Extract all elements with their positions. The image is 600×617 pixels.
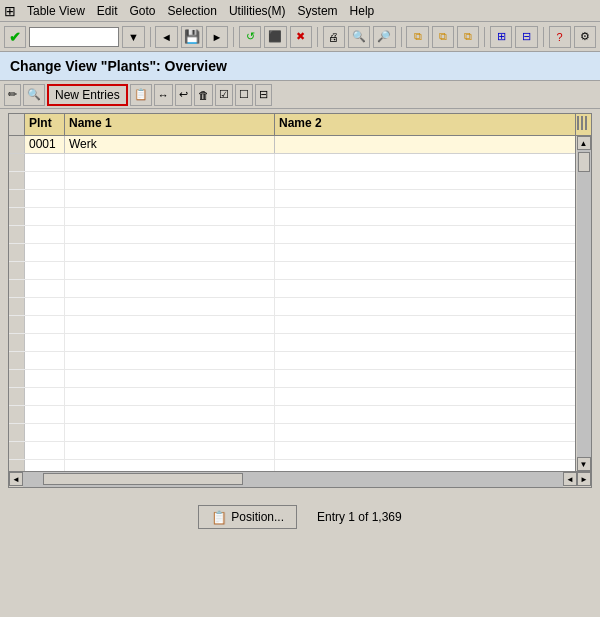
page-title: Change View "Plants": Overview: [0, 52, 600, 81]
new-entries-button[interactable]: New Entries: [47, 84, 128, 106]
table-row[interactable]: 0001 Werk: [9, 136, 575, 154]
layout-btn2[interactable]: ⊟: [515, 26, 537, 48]
settings-icon: ⚙: [580, 30, 590, 43]
scroll-up-button[interactable]: ▲: [577, 136, 591, 150]
multi-btn2[interactable]: ⧉: [432, 26, 454, 48]
row-plnt-value: 0001: [25, 136, 65, 153]
empty-row: [9, 370, 575, 388]
empty-row: [9, 424, 575, 442]
header-selector-col: [9, 114, 25, 135]
column-select-button[interactable]: ⊟: [255, 84, 272, 106]
info-button[interactable]: ✖: [290, 26, 312, 48]
horizontal-scrollbar: ◄ ◄ ►: [9, 471, 591, 487]
header-name2: Name 2: [275, 114, 575, 135]
empty-row: [9, 226, 575, 244]
help-btn[interactable]: ?: [549, 26, 571, 48]
scroll-left-icon: ◄: [12, 475, 20, 484]
move-button[interactable]: ↔: [154, 84, 173, 106]
settings-btn[interactable]: ⚙: [574, 26, 596, 48]
edit-detail-button[interactable]: ✏: [4, 84, 21, 106]
svg-rect-0: [577, 116, 579, 130]
multi-icon2: ⧉: [439, 30, 447, 43]
h-scroll-right-icon2: ►: [580, 475, 588, 484]
table-area: Plnt Name 1 Name 2 0001 Werk: [4, 113, 596, 488]
empty-row: [9, 190, 575, 208]
select-all-button[interactable]: ☑: [215, 84, 233, 106]
position-button[interactable]: 📋 Position...: [198, 505, 297, 529]
command-input[interactable]: [29, 27, 119, 47]
svg-rect-2: [585, 116, 587, 130]
h-scroll-thumb[interactable]: [43, 473, 243, 485]
info-icon: ✖: [296, 30, 305, 43]
menu-goto[interactable]: Goto: [125, 3, 161, 19]
deselect-all-button[interactable]: ☐: [235, 84, 253, 106]
toolbar1: ✔ ▼ ◄ 💾 ► ↺ ⬛ ✖ 🖨 🔍 🔎 ⧉ ⧉ ⧉: [0, 22, 600, 52]
row-name1-value: Werk: [65, 136, 275, 153]
display-detail-button[interactable]: 🔍: [23, 84, 45, 106]
menu-table-view[interactable]: Table View: [22, 3, 90, 19]
menu-utilities[interactable]: Utilities(M): [224, 3, 291, 19]
menu-selection[interactable]: Selection: [163, 3, 222, 19]
empty-row: [9, 208, 575, 226]
empty-row: [9, 334, 575, 352]
multi-btn1[interactable]: ⧉: [406, 26, 428, 48]
delete-button[interactable]: 🗑: [194, 84, 213, 106]
multi-btn3[interactable]: ⧉: [457, 26, 479, 48]
layout-btn1[interactable]: ⊞: [490, 26, 512, 48]
app-icon: ⊞: [4, 3, 16, 19]
save-button[interactable]: 💾: [181, 26, 203, 48]
h-scroll-right-btn1[interactable]: ◄: [563, 472, 577, 486]
save-icon: 💾: [184, 29, 200, 44]
table-body: 0001 Werk: [9, 136, 575, 471]
empty-row: [9, 406, 575, 424]
undo-button[interactable]: ↩: [175, 84, 192, 106]
multi-icon3: ⧉: [464, 30, 472, 43]
dropdown-icon: ▼: [128, 31, 139, 43]
nav-forward-icon: ►: [212, 31, 223, 43]
toolbar-separator-4: [401, 27, 402, 47]
status-bar: 📋 Position... Entry 1 of 1,369: [0, 492, 600, 542]
undo-icon: ↩: [179, 88, 188, 101]
deselect-all-icon: ☐: [239, 88, 249, 101]
scroll-thumb[interactable]: [578, 152, 590, 172]
row-selector[interactable]: [9, 136, 25, 153]
nav-back-button[interactable]: ◄: [155, 26, 177, 48]
find-next-button[interactable]: 🔎: [373, 26, 395, 48]
layout-icon2: ⊟: [522, 30, 531, 43]
menu-help[interactable]: Help: [345, 3, 380, 19]
select-all-icon: ☑: [219, 88, 229, 101]
check-button[interactable]: ✔: [4, 26, 26, 48]
input-helper-button[interactable]: ▼: [122, 26, 144, 48]
stop-button[interactable]: ⬛: [264, 26, 286, 48]
print-button[interactable]: 🖨: [323, 26, 345, 48]
empty-row: [9, 298, 575, 316]
copy-button[interactable]: 📋: [130, 84, 152, 106]
toolbar-separator-3: [317, 27, 318, 47]
multi-icon1: ⧉: [414, 30, 422, 43]
empty-row: [9, 316, 575, 334]
nav-forward-button[interactable]: ►: [206, 26, 228, 48]
table-body-area: 0001 Werk: [9, 136, 591, 471]
table-header: Plnt Name 1 Name 2: [9, 114, 591, 136]
h-scroll-track: [23, 472, 563, 487]
toolbar-separator-2: [233, 27, 234, 47]
h-scroll-right-buttons: ◄ ►: [563, 472, 591, 487]
vertical-scrollbar: ▲ ▼: [575, 136, 591, 471]
resize-icon: [576, 114, 588, 132]
menu-system[interactable]: System: [293, 3, 343, 19]
h-scroll-right-icon1: ◄: [566, 475, 574, 484]
menu-edit[interactable]: Edit: [92, 3, 123, 19]
h-scroll-right-btn2[interactable]: ►: [577, 472, 591, 486]
find-button[interactable]: 🔍: [348, 26, 370, 48]
empty-row: [9, 388, 575, 406]
find-next-icon: 🔎: [377, 30, 391, 43]
col-resize-handle[interactable]: [575, 114, 591, 135]
scroll-down-button[interactable]: ▼: [577, 457, 591, 471]
copy-icon: 📋: [134, 88, 148, 101]
row-name2-value: [275, 136, 575, 153]
empty-row: [9, 262, 575, 280]
toolbar2: ✏ 🔍 New Entries 📋 ↔ ↩ 🗑 ☑ ☐ ⊟: [0, 81, 600, 109]
layout-icon1: ⊞: [497, 30, 506, 43]
scroll-left-button[interactable]: ◄: [9, 472, 23, 486]
refresh-button[interactable]: ↺: [239, 26, 261, 48]
